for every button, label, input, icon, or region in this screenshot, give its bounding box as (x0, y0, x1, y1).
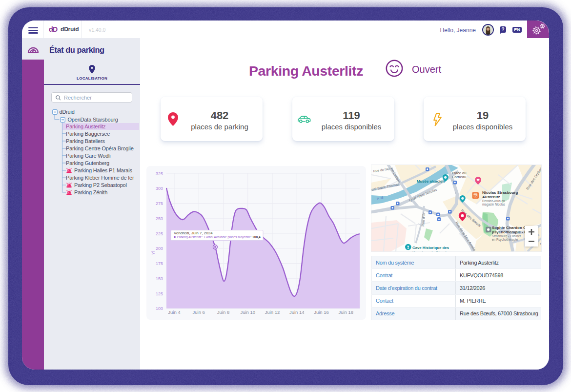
svg-text:150: 150 (156, 276, 163, 281)
svg-text:NIC: NIC (473, 195, 478, 197)
svg-text:200: 200 (156, 246, 163, 251)
svg-text:125: 125 (156, 291, 163, 296)
svg-text:Hospices de Strasbourg: Hospices de Strasbourg (412, 250, 456, 251)
svg-text:Austerlitz: Austerlitz (482, 195, 500, 199)
svg-text:250: 250 (156, 216, 163, 221)
svg-text:en Psychothérapie: en Psychothérapie (492, 238, 518, 242)
svg-text:Juin 14: Juin 14 (289, 309, 305, 315)
svg-text:100: 100 (156, 306, 163, 311)
svg-text:Juin 4: Juin 4 (168, 309, 180, 315)
svg-text:Corbeau: Corbeau (452, 175, 466, 179)
svg-text:175: 175 (156, 261, 163, 266)
svg-text:275: 275 (156, 201, 163, 206)
svg-text:325: 325 (156, 171, 163, 176)
svg-text:Juin 6: Juin 6 (193, 309, 205, 315)
svg-text:D: D (53, 25, 58, 33)
svg-text:Juin 8: Juin 8 (217, 309, 229, 315)
svg-text:Vendredi, Juin 7, 2024: Vendredi, Juin 7, 2024 (174, 231, 213, 235)
svg-text:Cave Historique des: Cave Historique des (412, 246, 449, 250)
svg-text:Juin 18: Juin 18 (338, 309, 353, 315)
svg-text:Juin 16: Juin 16 (314, 309, 329, 315)
svg-text:Musée alsacien: Musée alsacien (417, 179, 445, 184)
svg-text:300: 300 (156, 186, 163, 191)
svg-text:Yl: Yl (151, 251, 156, 255)
svg-text:Juin 10: Juin 10 (240, 309, 255, 315)
svg-text:225: 225 (156, 231, 163, 236)
svg-text:magasin Nicolas: magasin Nicolas (482, 203, 505, 206)
svg-text:Nicolas Strasbourg: Nicolas Strasbourg (482, 190, 518, 195)
svg-text:Juin 12: Juin 12 (265, 309, 280, 315)
svg-text:Rendez-vous en: Rendez-vous en (482, 199, 505, 203)
svg-text:Parking Austerlitz : Global Av: Parking Austerlitz : Global Available pl… (177, 235, 261, 239)
